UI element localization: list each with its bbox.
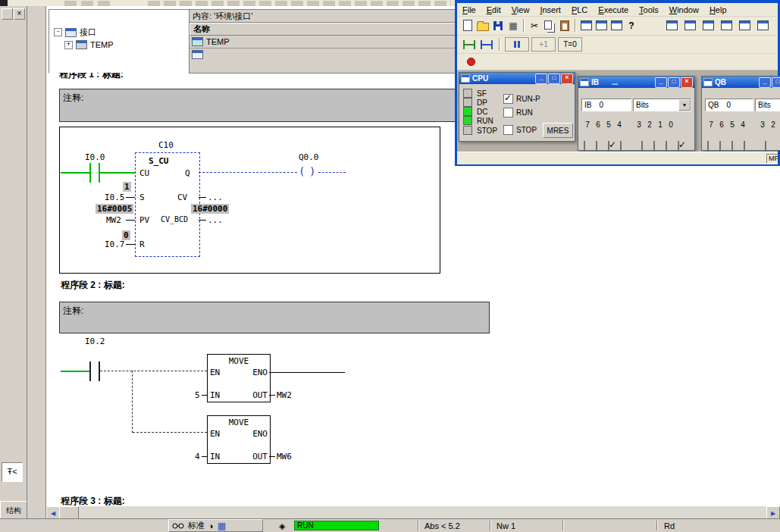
ib-titlebar[interactable]: IB ... [578,77,694,88]
dock-handle[interactable] [2,8,13,20]
network2-comment-box[interactable]: 注释: [59,302,490,333]
qb-address-field[interactable]: QB 0 [705,99,753,111]
cpu-titlebar[interactable]: CPU [459,73,575,84]
save-button[interactable] [490,18,506,33]
runp-checkbox[interactable] [503,94,513,104]
move-block-2[interactable]: MOVE EN ENO IN OUT [207,415,271,464]
qb-maximize-button[interactable] [772,77,780,88]
contact-i00[interactable] [89,163,91,183]
column-header-name[interactable]: 名称 [190,23,457,36]
table-row-temp[interactable]: TEMP [190,36,456,49]
qb-bit3-checkbox[interactable] [765,141,766,152]
counter-address[interactable]: C10 [158,140,174,150]
operand-cv-bcd[interactable]: ... [208,215,223,225]
operand-cv[interactable]: ... [208,192,223,202]
record-playback-button[interactable] [463,55,478,70]
contact-i02[interactable] [89,361,91,381]
qb-bit5-checkbox[interactable] [731,141,733,152]
mres-button[interactable]: MRES [543,123,573,138]
cpu-window[interactable]: CPU SF DP DC RUN STOP [459,72,575,142]
move2-out-operand[interactable]: MW6 [277,452,292,462]
ib-bit0-checkbox[interactable] [678,141,679,152]
qb-bit6-checkbox[interactable] [719,141,721,152]
move-block-1[interactable]: MOVE EN ENO IN OUT [207,354,271,402]
cpu-minimize-button[interactable] [535,74,547,84]
grid-view-button[interactable] [506,18,521,33]
new-button[interactable] [460,18,475,33]
menu-file[interactable]: File [457,4,481,16]
contact-i02-operand[interactable]: I0.2 [85,336,105,346]
menu-plc[interactable]: PLC [566,4,593,16]
tree-node-interface[interactable]: 接口 [54,27,96,38]
ib-minimize-button[interactable] [655,77,667,88]
ib-window[interactable]: IB ... IB 0 Bits 7 6 5 4 3 2 1 0 [578,76,695,151]
paste-button[interactable] [557,18,572,33]
context-help-button[interactable] [624,18,639,33]
network2-header[interactable]: 程序段 2 : 标题: [61,279,125,292]
qb-format-dropdown[interactable]: Bits [755,99,780,111]
ib-close-button[interactable] [681,77,693,88]
grid-icon[interactable] [218,521,226,531]
open-button[interactable] [475,18,490,33]
insert-counter-window-button[interactable] [755,18,770,33]
ib-maximize-button[interactable] [668,77,680,88]
tree-expander-minus-icon[interactable] [54,28,62,36]
ib-bit7-checkbox[interactable] [584,141,585,152]
coil-q00-operand[interactable]: Q0.0 [299,152,319,162]
reset-time-button[interactable]: T=0 [558,37,582,52]
ib-bit2-checkbox[interactable] [653,141,655,152]
network1-comment-box[interactable]: 注释: [59,89,490,122]
stop-checkbox[interactable] [503,125,513,135]
menu-tools[interactable]: Tools [634,4,664,16]
menu-window[interactable]: Window [664,4,704,16]
tab-structure[interactable]: 结构 [0,501,27,520]
ib-format-dropdown[interactable]: Bits [633,99,691,111]
ib-bit5-checkbox[interactable] [608,141,609,152]
menu-view[interactable]: View [506,4,535,16]
standard-mini-toolbar[interactable]: 标准 [168,519,263,532]
cut-button[interactable] [527,18,542,33]
tile-windows-button[interactable] [594,18,609,33]
copy-button[interactable] [542,18,557,33]
cascade-windows-button[interactable] [578,18,594,33]
ib-bit3-checkbox[interactable] [641,141,643,152]
ib-format-arrow-icon[interactable] [678,99,691,111]
pause-button[interactable] [505,37,529,52]
coil-q00[interactable]: ( [299,165,305,177]
insert-timer-window-button[interactable] [737,18,752,33]
arrange-windows-button[interactable] [609,18,624,33]
menu-execute[interactable]: Execute [593,4,634,16]
tree-node-temp[interactable]: TEMP [64,40,114,49]
run-checkbox[interactable] [503,108,513,117]
move1-out-operand[interactable]: MW2 [277,390,292,400]
ib-bit1-checkbox[interactable] [666,141,667,152]
tree-expander-plus-icon[interactable] [64,41,73,49]
cpu-maximize-button[interactable] [548,74,560,84]
qb-window[interactable]: QB QB 0 Bits 7 6 5 4 3 2 [701,76,780,151]
contrast-icon[interactable] [208,521,214,530]
move1-in-operand[interactable]: 5 [195,390,200,400]
symbol-table-button[interactable] [462,37,477,52]
contact-i00-operand[interactable]: I0.0 [85,152,105,162]
overview-toggle-button[interactable]: Ŧ< [2,462,23,482]
operand-pv[interactable]: MW2 [106,215,121,225]
table-row-empty[interactable] [190,49,456,61]
insert-output-window-button[interactable] [700,18,716,33]
move2-in-operand[interactable]: 4 [195,452,200,462]
ib-bit4-checkbox[interactable] [620,141,622,152]
dock-close-button ic-close[interactable]: × [14,8,25,20]
insert-input-window-button[interactable] [682,18,697,33]
editor-hscrollbar[interactable] [46,506,780,518]
insert-accu-window-button[interactable] [664,18,679,33]
mode-stop[interactable]: STOP [503,125,537,135]
ib-bit6-checkbox[interactable] [596,141,597,152]
qb-bit4-checkbox[interactable] [744,141,745,152]
qb-titlebar[interactable]: QB [702,77,780,88]
cpu-close-button[interactable] [561,74,573,84]
insert-memory-window-button[interactable] [719,18,734,33]
single-step-button[interactable]: +1 [531,37,556,52]
qb-minimize-button[interactable] [759,77,771,88]
menu-edit[interactable]: Edit [481,4,506,16]
operand-s[interactable]: I0.5 [105,192,125,202]
operand-r[interactable]: I0.7 [105,239,125,249]
